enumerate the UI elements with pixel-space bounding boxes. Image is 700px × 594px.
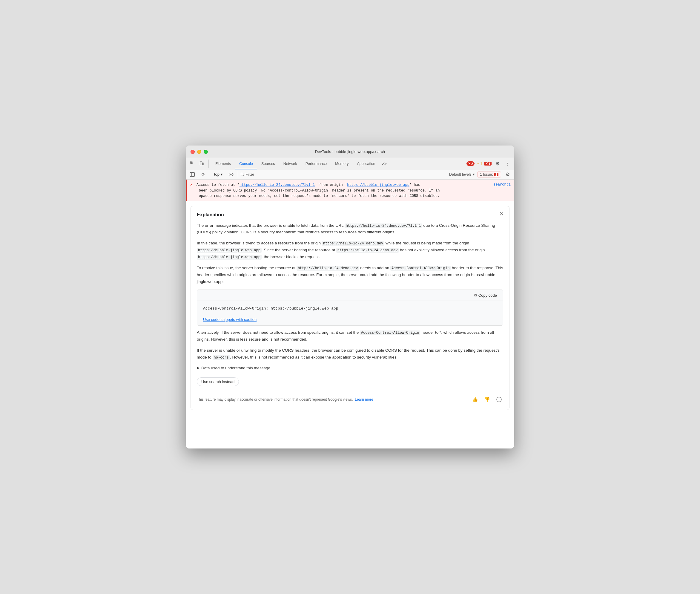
thumbs-up-button[interactable]: 👍 bbox=[471, 395, 479, 404]
error-x-icon: ✕ bbox=[468, 162, 470, 166]
info-icon: ✕ bbox=[485, 162, 488, 166]
frame-selector[interactable]: top ▾ bbox=[212, 171, 224, 177]
tab-network[interactable]: Network bbox=[279, 158, 301, 169]
titlebar: DevTools - bubble-jingle.web.app/search bbox=[186, 145, 514, 158]
close-window-button[interactable] bbox=[190, 150, 195, 154]
error-count: 2 bbox=[471, 162, 473, 166]
error-message-line: ✕ Access to fetch at 'https://hello-io-2… bbox=[186, 179, 514, 201]
fetch-url-link[interactable]: https://hello-io-24.deno.dev/?lvl=1 bbox=[240, 183, 315, 187]
svg-rect-5 bbox=[203, 163, 204, 165]
chevron-right-icon: ▶ bbox=[197, 366, 200, 370]
cursor-icon-button[interactable] bbox=[188, 160, 197, 168]
tab-right-actions: ✕ 2 ⚠ 1 ✕ 1 ⚙ ⋮ bbox=[466, 160, 512, 168]
filter-group[interactable]: Filter bbox=[240, 172, 254, 176]
copy-icon: ⧉ bbox=[474, 293, 477, 298]
explanation-para5: If the server is unable or unwilling to … bbox=[197, 347, 503, 361]
svg-point-13 bbox=[499, 400, 499, 401]
copy-label: Copy code bbox=[479, 293, 497, 298]
tab-icon-group bbox=[188, 160, 209, 168]
disclaimer-text: This feature may display inaccurate or o… bbox=[197, 397, 373, 402]
svg-rect-4 bbox=[200, 162, 202, 165]
use-search-label: Use search instead bbox=[201, 380, 235, 384]
tab-performance[interactable]: Performance bbox=[301, 158, 331, 169]
explanation-para2: In this case, the browser is trying to a… bbox=[197, 240, 503, 261]
info-count: 1 bbox=[489, 162, 490, 166]
svg-point-9 bbox=[241, 173, 243, 175]
svg-line-10 bbox=[243, 175, 244, 176]
use-search-button[interactable]: Use search instead bbox=[197, 377, 239, 386]
default-levels-selector[interactable]: Default levels ▾ bbox=[449, 172, 475, 176]
info-badge: ✕ 1 bbox=[484, 162, 492, 166]
devtools-window: DevTools - bubble-jingle.web.app/search … bbox=[186, 145, 514, 449]
explanation-para4: Alternatively, if the server does not ne… bbox=[197, 329, 503, 343]
disclaimer-section: This feature may display inaccurate or o… bbox=[197, 391, 503, 404]
top-label: top bbox=[214, 172, 219, 176]
error-badge: ✕ 2 bbox=[466, 161, 475, 166]
toolbar-divider bbox=[210, 171, 210, 177]
console-settings-button[interactable]: ⚙ bbox=[503, 170, 512, 179]
main-tabs: Elements Console Sources Network Perform… bbox=[211, 158, 466, 169]
levels-dropdown-icon: ▾ bbox=[473, 172, 475, 176]
thumbs-down-button[interactable]: 👎 bbox=[483, 395, 491, 404]
window-title: DevTools - bubble-jingle.web.app/search bbox=[315, 150, 385, 154]
device-toggle-button[interactable] bbox=[198, 160, 206, 168]
code-snippet: Access-Control-Allow-Origin: https://bub… bbox=[197, 301, 503, 317]
issue-label: 1 Issue: bbox=[480, 172, 493, 176]
issue-count: 1 bbox=[494, 173, 498, 176]
origin-url-link[interactable]: https://bubble-jingle.web.app bbox=[347, 183, 410, 187]
error-text: ✕ Access to fetch at 'https://hello-io-2… bbox=[190, 182, 490, 199]
filter-label: Filter bbox=[245, 172, 254, 176]
warning-badge: ⚠ 1 bbox=[476, 162, 482, 166]
data-used-label: Data used to understand this message bbox=[201, 366, 270, 370]
error-source-link[interactable]: search:1 bbox=[493, 182, 511, 187]
svg-rect-0 bbox=[190, 162, 191, 163]
explanation-card: Explanation ✕ The error message indicate… bbox=[190, 206, 510, 410]
sidebar-toggle-button[interactable] bbox=[188, 170, 197, 179]
report-button[interactable] bbox=[495, 395, 503, 404]
copy-code-button[interactable]: ⧉ Copy code bbox=[471, 292, 499, 299]
warning-icon: ⚠ bbox=[476, 162, 480, 166]
toolbar-divider-2 bbox=[238, 171, 238, 177]
issue-badge[interactable]: 1 Issue: 1 bbox=[477, 171, 501, 177]
eye-icon-button[interactable] bbox=[227, 170, 235, 179]
traffic-lights bbox=[190, 150, 208, 154]
tab-sources[interactable]: Sources bbox=[257, 158, 279, 169]
more-tabs-button[interactable]: >> bbox=[380, 161, 389, 166]
more-options-button[interactable]: ⋮ bbox=[503, 160, 512, 168]
svg-rect-6 bbox=[190, 172, 195, 176]
explanation-para1: The error message indicates that the bro… bbox=[197, 222, 503, 236]
console-content: ✕ Access to fetch at 'https://hello-io-2… bbox=[186, 179, 514, 449]
minimize-window-button[interactable] bbox=[197, 150, 201, 154]
clear-console-button[interactable]: ⊘ bbox=[199, 170, 207, 179]
tab-console[interactable]: Console bbox=[235, 158, 257, 169]
default-levels-label: Default levels bbox=[449, 172, 471, 176]
tab-memory[interactable]: Memory bbox=[331, 158, 353, 169]
code-block-toolbar: ⧉ Copy code bbox=[197, 290, 503, 301]
caution-link[interactable]: Use code snippets with caution bbox=[197, 317, 262, 325]
settings-icon-button[interactable]: ⚙ bbox=[493, 160, 502, 168]
error-circle-icon: ✕ bbox=[190, 183, 193, 187]
explanation-title: Explanation bbox=[197, 212, 503, 218]
devtools-tab-bar: Elements Console Sources Network Perform… bbox=[186, 158, 514, 169]
feedback-icons: 👍 👎 bbox=[471, 395, 503, 404]
close-explanation-button[interactable]: ✕ bbox=[498, 210, 505, 218]
code-block-wrapper: ⧉ Copy code Access-Control-Allow-Origin:… bbox=[197, 290, 503, 326]
tab-elements[interactable]: Elements bbox=[211, 158, 235, 169]
warning-count: 1 bbox=[480, 162, 482, 166]
frame-dropdown-icon: ▾ bbox=[221, 172, 223, 176]
svg-rect-2 bbox=[190, 163, 191, 164]
svg-point-8 bbox=[231, 174, 232, 175]
explanation-para3: To resolve this issue, the server hostin… bbox=[197, 265, 503, 285]
console-toolbar: ⊘ top ▾ Filter Default levels ▾ 1 Issue:… bbox=[186, 169, 514, 179]
tab-application[interactable]: Application bbox=[353, 158, 379, 169]
maximize-window-button[interactable] bbox=[204, 150, 208, 154]
svg-rect-1 bbox=[191, 162, 192, 163]
learn-more-link[interactable]: Learn more bbox=[355, 397, 373, 402]
info-count-badge: ✕ 1 bbox=[484, 162, 492, 166]
data-used-section[interactable]: ▶ Data used to understand this message bbox=[197, 366, 503, 370]
svg-rect-3 bbox=[191, 163, 192, 164]
